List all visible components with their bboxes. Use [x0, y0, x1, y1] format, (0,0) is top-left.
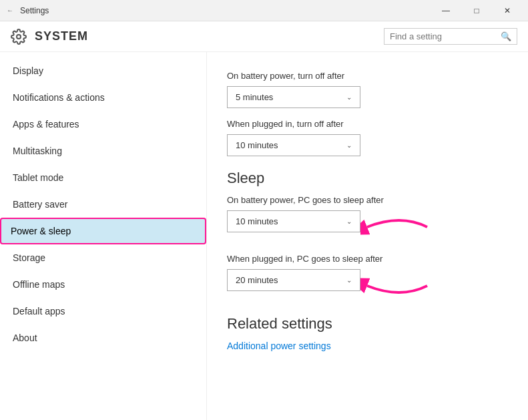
search-box: 🔍	[384, 28, 517, 45]
dropdown-chevron-icon: ⌄	[346, 93, 352, 101]
sleep-title: Sleep	[227, 170, 508, 187]
battery-turn-off-label: On battery power, turn off after	[227, 71, 508, 81]
sleep-plugged-value: 20 minutes	[236, 275, 278, 285]
additional-power-settings-link[interactable]: Additional power settings	[227, 341, 331, 351]
title-bar-controls: — □ ✕	[431, 0, 523, 21]
sidebar-item-apps[interactable]: Apps & features	[0, 111, 206, 138]
sidebar-item-about[interactable]: About	[0, 325, 206, 351]
sleep-plugged-dropdown-wrapper: 20 minutes ⌄	[227, 269, 360, 302]
plugged-turn-off-value: 10 minutes	[236, 140, 278, 150]
header: SYSTEM 🔍	[0, 21, 528, 52]
app-window: ← Settings — □ ✕ SYSTEM 🔍 Display Notifi…	[0, 0, 528, 420]
sleep-battery-label: On battery power, PC goes to sleep after	[227, 195, 508, 205]
sidebar: Display Notifications & actions Apps & f…	[0, 52, 207, 420]
svg-point-0	[17, 35, 21, 39]
minimize-button[interactable]: —	[431, 0, 461, 21]
dropdown-chevron-icon4: ⌄	[346, 276, 352, 284]
sidebar-item-tablet[interactable]: Tablet mode	[0, 164, 206, 191]
plugged-turn-off-dropdown[interactable]: 10 minutes ⌄	[227, 134, 360, 156]
sleep-battery-dropdown[interactable]: 10 minutes ⌄	[227, 210, 360, 232]
title-bar-left: ← Settings	[5, 6, 431, 15]
back-button[interactable]: ←	[5, 6, 15, 15]
sidebar-item-default[interactable]: Default apps	[0, 298, 206, 325]
gear-icon	[11, 29, 27, 45]
battery-turn-off-value: 5 minutes	[236, 92, 273, 102]
sleep-battery-value: 10 minutes	[236, 216, 278, 226]
related-section: Related settings Additional power settin…	[227, 315, 508, 351]
battery-turn-off-dropdown[interactable]: 5 minutes ⌄	[227, 86, 360, 108]
related-title: Related settings	[227, 315, 508, 333]
plugged-turn-off-label: When plugged in, turn off after	[227, 119, 508, 129]
sidebar-item-power[interactable]: Power & sleep	[0, 218, 206, 244]
content-area: Display Notifications & actions Apps & f…	[0, 52, 528, 420]
arrow-1	[360, 210, 434, 244]
main-content: On battery power, turn off after 5 minut…	[207, 52, 528, 420]
header-title: SYSTEM	[35, 29, 88, 43]
maximize-button[interactable]: □	[461, 0, 492, 21]
sleep-battery-dropdown-wrapper: 10 minutes ⌄	[227, 210, 360, 243]
sidebar-item-offline[interactable]: Offline maps	[0, 271, 206, 298]
sidebar-item-notifications[interactable]: Notifications & actions	[0, 84, 206, 111]
close-button[interactable]: ✕	[492, 0, 523, 21]
sleep-section: Sleep On battery power, PC goes to sleep…	[227, 170, 508, 302]
title-bar-title: Settings	[20, 6, 49, 15]
sidebar-item-display[interactable]: Display	[0, 57, 206, 84]
sidebar-item-battery[interactable]: Battery saver	[0, 191, 206, 218]
sidebar-item-storage[interactable]: Storage	[0, 244, 206, 271]
search-icon: 🔍	[501, 31, 511, 41]
dropdown-chevron-icon2: ⌄	[346, 142, 352, 149]
sidebar-item-multitasking[interactable]: Multitasking	[0, 138, 206, 164]
sleep-plugged-dropdown[interactable]: 20 minutes ⌄	[227, 269, 360, 291]
arrow-2	[360, 269, 434, 302]
dropdown-chevron-icon3: ⌄	[346, 218, 352, 225]
screen-battery-turn-off-section: On battery power, turn off after 5 minut…	[227, 71, 508, 156]
title-bar: ← Settings — □ ✕	[0, 0, 528, 21]
search-input[interactable]	[390, 31, 497, 41]
sleep-plugged-label: When plugged in, PC goes to sleep after	[227, 254, 508, 264]
